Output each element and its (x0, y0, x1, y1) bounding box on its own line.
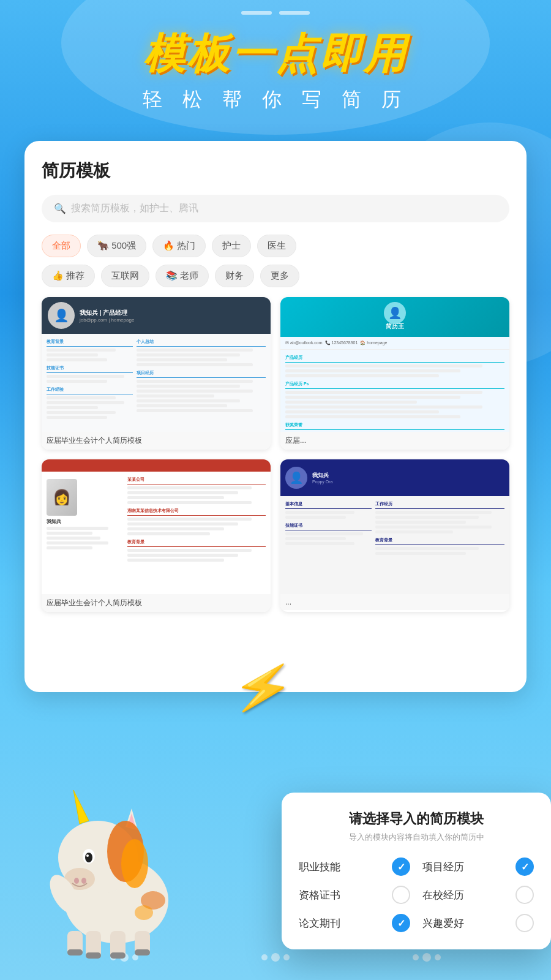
template-card-3[interactable]: 👩 我知兵 某某公司 (42, 459, 271, 612)
svg-point-6 (85, 853, 92, 862)
tag-finance[interactable]: 财务 (215, 265, 254, 287)
svg-point-10 (81, 878, 86, 884)
checkbox-row-paper: 论文期刊 (299, 914, 410, 932)
svg-point-9 (74, 878, 79, 884)
svg-rect-18 (110, 952, 126, 959)
t1-section-2: 技能证书 (47, 365, 133, 383)
t3-label: 应届毕业生会计个人简历模板 (42, 594, 271, 612)
hobby-checkbox[interactable] (515, 914, 534, 932)
cert-label: 资格证书 (299, 888, 340, 902)
tags-row-2: 👍 推荐 互联网 📚 老师 财务 更多 (42, 265, 509, 287)
tag-hot[interactable]: 🔥 热门 (152, 235, 206, 257)
dot-7 (413, 954, 419, 960)
tag-internet[interactable]: 互联网 (101, 265, 149, 287)
skill-label: 职业技能 (299, 860, 340, 874)
t1-left: 教育背景 技能证书 工作经验 (47, 339, 133, 423)
t4-header: 👤 我知兵 Poppy Ora (280, 459, 509, 496)
skill-checkbox[interactable] (392, 858, 410, 876)
t2-body: 产品经历 产品经历 Ps 获奖 (280, 350, 509, 432)
templates-grid: 👤 我知兵 | 产品经理 job@pp.com | homepage 教育背景 (42, 297, 509, 612)
school-checkbox[interactable] (515, 886, 534, 904)
tag-more[interactable]: 更多 (260, 265, 299, 287)
project-label: 项目经历 (422, 860, 464, 874)
checkbox-row-cert: 资格证书 (299, 886, 410, 904)
dialog-subtitle: 导入的模块内容将自动填入你的简历中 (299, 832, 534, 843)
svg-point-7 (86, 854, 89, 857)
t3-r-section-2: 湖南某某信息技术有限公司 (127, 508, 266, 535)
checkbox-grid: 职业技能 项目经历 资格证书 在校经历 论文期刊 兴趣爱好 (299, 858, 534, 932)
checkbox-row-school: 在校经历 (422, 886, 534, 904)
checkbox-row-skill: 职业技能 (299, 858, 410, 876)
t4-role: Poppy Ora (312, 480, 332, 484)
t2-label: 应届... (280, 432, 509, 450)
paper-checkbox[interactable] (392, 914, 410, 932)
hero-title: 模板一点即用 (0, 31, 551, 77)
t3-name: 我知兵 (47, 518, 124, 525)
template-card-4[interactable]: 👤 我知兵 Poppy Ora 基本信息 技能证书 (280, 459, 509, 612)
t4-l-s2: 技能证书 (285, 522, 372, 545)
template-preview-3: 👩 我知兵 某某公司 (42, 459, 271, 594)
card-title: 简历模板 (42, 159, 509, 183)
tag-teacher[interactable]: 📚 老师 (156, 265, 209, 287)
tag-nurse[interactable]: 护士 (212, 235, 251, 257)
t2-header: 👤 简历王 (280, 297, 509, 337)
t1-section-3: 工作经验 (47, 386, 133, 419)
svg-rect-19 (135, 949, 150, 956)
t1-name-area: 我知兵 | 产品经理 job@pp.com | homepage (80, 309, 264, 323)
top-bar-left (241, 11, 272, 15)
dot-group-2 (261, 953, 290, 962)
search-placeholder: 搜索简历模板，如护士、腾讯 (71, 202, 198, 215)
template-preview-2: 👤 简历王 ✉ ab@outlook.com 📞 12345678901 🏠 h… (280, 297, 509, 432)
t1-body: 教育背景 技能证书 工作经验 (42, 334, 271, 428)
dot-5 (271, 953, 280, 962)
t1-right: 个人总结 项目经历 (137, 339, 266, 423)
t4-avatar: 👤 (285, 467, 307, 489)
svg-rect-17 (86, 952, 101, 959)
dialog-title: 请选择导入的简历模块 (299, 810, 534, 828)
svg-rect-20 (67, 949, 83, 956)
template-preview-1: 👤 我知兵 | 产品经理 job@pp.com | homepage 教育背景 (42, 297, 271, 432)
t2-section-2: 产品经历 Ps (285, 381, 504, 418)
lightning-icon: ⚡ (228, 654, 299, 722)
school-label: 在校经历 (422, 888, 464, 902)
tag-all[interactable]: 全部 (42, 235, 81, 257)
tag-doctor[interactable]: 医生 (257, 235, 296, 257)
t3-photo: 👩 (47, 479, 77, 516)
dot-4 (261, 954, 268, 960)
hero-subtitle: 轻 松 帮 你 写 简 历 (0, 86, 551, 113)
t3-right: 某某公司 湖南某某信息技术有限公司 (127, 477, 266, 565)
svg-point-12 (121, 839, 148, 888)
t4-r-s2: 教育背景 (375, 537, 504, 555)
t1-section-1: 教育背景 (47, 339, 133, 361)
t2-section-3: 获奖荣誉 (285, 422, 504, 432)
t1-r-section-2: 项目经历 (137, 370, 266, 412)
t4-name: 我知兵 (312, 472, 332, 480)
template-card-2[interactable]: 👤 简历王 ✉ ab@outlook.com 📞 12345678901 🏠 h… (280, 297, 509, 450)
t4-l-s1: 基本信息 (285, 501, 372, 519)
top-decoration-bars (241, 11, 310, 15)
project-checkbox[interactable] (515, 858, 534, 876)
tags-row-1: 全部 🐂 500强 🔥 热门 护士 医生 (42, 235, 509, 257)
tag-500[interactable]: 🐂 500强 (87, 235, 146, 257)
main-card: 简历模板 🔍 搜索简历模板，如护士、腾讯 全部 🐂 500强 🔥 热门 护士 医… (24, 141, 527, 692)
checkbox-row-project: 项目经历 (422, 858, 534, 876)
search-bar[interactable]: 🔍 搜索简历模板，如护士、腾讯 (42, 195, 509, 222)
tag-recommend[interactable]: 👍 推荐 (42, 265, 95, 287)
hobby-label: 兴趣爱好 (422, 916, 464, 930)
t1-header: 👤 我知兵 | 产品经理 job@pp.com | homepage (42, 297, 271, 334)
t3-header (42, 459, 271, 472)
dot-6 (283, 954, 290, 960)
t4-name-area: 我知兵 Poppy Ora (312, 472, 332, 484)
t4-label: ... (280, 594, 509, 610)
t2-section-1: 产品经历 (285, 355, 504, 377)
t4-left: 基本信息 技能证书 (285, 501, 372, 559)
import-dialog: 请选择导入的简历模块 导入的模块内容将自动填入你的简历中 职业技能 项目经历 资… (282, 793, 551, 949)
t3-r-section-1: 某某公司 (127, 477, 266, 504)
t2-avatar: 👤 (384, 302, 406, 324)
t4-body: 基本信息 技能证书 工作经历 (280, 496, 509, 564)
t4-r-s1: 工作经历 (375, 501, 504, 533)
template-card-1[interactable]: 👤 我知兵 | 产品经理 job@pp.com | homepage 教育背景 (42, 297, 271, 450)
t1-name: 我知兵 | 产品经理 (80, 309, 264, 317)
top-bar-right (279, 11, 310, 15)
cert-checkbox[interactable] (392, 886, 410, 904)
